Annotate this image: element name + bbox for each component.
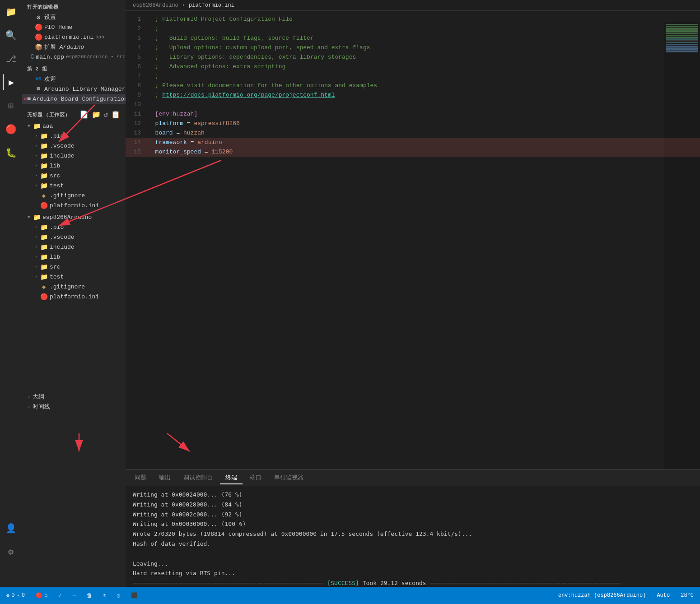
ini-file-icon2: 🔴 (40, 293, 48, 301)
folder-icon: 📁 (40, 162, 48, 170)
activity-accounts[interactable]: 👤 (3, 520, 19, 536)
folder-lib-esp[interactable]: › 📁 lib (22, 252, 126, 262)
code-line-5: 5 ; Library options: dependencies, extra… (126, 52, 700, 62)
folder-esp8266[interactable]: ▼ 📁 esp8266Arduino (22, 212, 126, 222)
vs-icon: VS (34, 75, 42, 83)
file-platformio-ini-aaa[interactable]: 🔴 platformio.ini (22, 200, 126, 210)
folder-icon: 📁 (40, 132, 48, 140)
status-errors[interactable]: ⊗ 0 ⚠ 0 (4, 591, 28, 600)
auto-label: Auto (657, 592, 670, 599)
status-stop[interactable]: ⬛ (128, 591, 140, 600)
folder-test-esp[interactable]: › 📁 test (22, 272, 126, 282)
folder-src-aaa[interactable]: › 📁 src (22, 171, 126, 181)
code-line-9: 9 ; https://docs.platformio.org/page/pro… (126, 90, 700, 100)
settings-icon: ⚙ (34, 13, 42, 21)
status-env[interactable]: env:huzzah (esp8266Arduino) (555, 591, 649, 599)
tab-terminal[interactable]: 终端 (220, 472, 243, 484)
check-icon: ✓ (58, 592, 61, 599)
folder-icon: 📁 (40, 233, 48, 241)
folder-pio-esp[interactable]: › 📁 .pio (22, 222, 126, 232)
breadcrumb-part2: platformio.ini (189, 2, 234, 9)
code-line-13: 13 board = huzzah (126, 128, 700, 138)
terminal-line-10: ========================================… (133, 579, 693, 587)
sidebar: 打开的编辑器 ⚙ 设置 🔴 PIO Home 🔴 platformio.ini … (22, 0, 126, 587)
folder-aaa[interactable]: ▼ 📁 aaa (22, 121, 126, 131)
tab-ports[interactable]: 端口 (244, 472, 267, 484)
sidebar-item-welcome[interactable]: VS 欢迎 (22, 74, 126, 84)
code-line-12: 12 platform = espressif8266 (126, 119, 700, 128)
new-folder-icon[interactable]: 📁 (92, 110, 101, 119)
lib-icon: ≡ (34, 85, 42, 93)
terminal-line-2: Writing at 0x00028000... (84 %) (133, 500, 693, 510)
tab-output[interactable]: 输出 (154, 472, 176, 484)
status-target[interactable]: ◎ (114, 591, 123, 600)
ini-file-icon: 🔴 (40, 201, 48, 209)
status-bar: ⊗ 0 ⚠ 0 🔴 ⌂ ✓ → 🗑 ⚗ ◎ ⬛ env:huzzah (esp8 (0, 587, 700, 604)
folder-icon: 📁 (40, 181, 48, 190)
sidebar-item-platformio-ini-aaa[interactable]: 🔴 platformio.ini aaa (22, 32, 126, 42)
board-icon: ≡ (27, 95, 31, 103)
code-line-10: 10 (126, 100, 700, 109)
ext-icon: 📦 (34, 43, 42, 51)
activity-debug[interactable]: 🐛 (3, 144, 19, 161)
status-flask[interactable]: ⚗ (100, 591, 109, 600)
folder-icon: 📁 (40, 142, 48, 150)
tab-serial-monitor[interactable]: 串行监视器 (269, 472, 309, 484)
code-line-11: 11 [env:huzzah] (126, 109, 700, 119)
sidebar-item-board-config[interactable]: ✕ ≡ Arduino Board Configuration (22, 94, 126, 104)
sidebar-item-lib-manager[interactable]: ≡ Arduino Library Manager (22, 84, 126, 94)
folder-icon: 📁 (40, 172, 48, 180)
folder-include-esp[interactable]: › 📁 include (22, 242, 126, 252)
open-editors-section: 打开的编辑器 (22, 0, 126, 12)
collapse-icon[interactable]: 📋 (111, 110, 121, 119)
sidebar-item-settings[interactable]: ⚙ 设置 (22, 12, 126, 22)
status-check[interactable]: ✓ (56, 591, 64, 600)
activity-explorer[interactable]: 📁 (3, 4, 19, 20)
expand-arrow-include: › (33, 153, 40, 158)
code-line-2: 2 ; (126, 24, 700, 33)
sidebar-item-main-cpp[interactable]: C main.cpp esp8266Arduino • src (22, 52, 126, 62)
folder-include-aaa[interactable]: › 📁 include (22, 151, 126, 161)
activity-pio[interactable]: 🔴 (3, 121, 19, 137)
folder-vscode-aaa[interactable]: › 📁 .vscode (22, 141, 126, 151)
refresh-icon[interactable]: ↺ (103, 110, 108, 119)
terminal-line-3: Writing at 0x0002c000... (92 %) (133, 510, 693, 520)
activity-extensions[interactable]: ⊞ (3, 98, 19, 114)
activity-run[interactable]: ▶ (3, 74, 19, 90)
file-gitignore-aaa[interactable]: ◆ .gitignore (22, 190, 126, 200)
timeline-section[interactable]: › 时间线 (22, 402, 126, 412)
outline-section[interactable]: › 大纲 (22, 392, 126, 402)
folder-pio-aaa[interactable]: › 📁 .pio (22, 131, 126, 141)
file-platformio-ini-esp[interactable]: 🔴 platformio.ini (22, 292, 126, 302)
folder-vscode-esp[interactable]: › 📁 .vscode (22, 232, 126, 242)
activity-source-control[interactable]: ⎇ (3, 51, 19, 67)
sidebar-item-pio-home[interactable]: 🔴 PIO Home (22, 22, 126, 32)
delete-icon: 🗑 (87, 592, 92, 599)
tab-problems[interactable]: 问题 (129, 472, 152, 484)
pio-icon: 🔴 (34, 23, 42, 31)
folder-test-aaa[interactable]: › 📁 test (22, 181, 126, 190)
terminal-line-4: Writing at 0x00030000... (100 %) (133, 520, 693, 529)
status-arrow[interactable]: → (70, 591, 78, 599)
activity-search[interactable]: 🔍 (3, 27, 19, 43)
folder-src-esp[interactable]: › 📁 src (22, 262, 126, 272)
ini-icon: 🔴 (34, 33, 42, 41)
status-pio[interactable]: 🔴 ⌂ (33, 591, 50, 600)
activity-settings[interactable]: ⚙ (3, 544, 19, 560)
terminal-content[interactable]: Writing at 0x00024000... (76 %) Writing … (126, 486, 700, 587)
code-line-6: 6 ; Advanced options: extra scripting (126, 62, 700, 71)
warning-icon: ⚠ (16, 592, 19, 599)
sidebar-item-arduino-ext[interactable]: 📦 扩展 Arduino (22, 42, 126, 52)
flask-icon: ⚗ (103, 592, 106, 599)
status-delete[interactable]: 🗑 (84, 591, 95, 600)
status-auto[interactable]: Auto (654, 591, 672, 599)
terminal-line-7 (133, 549, 693, 559)
new-file-icon[interactable]: 📄 (79, 110, 89, 119)
folder-lib-aaa[interactable]: › 📁 lib (22, 161, 126, 171)
file-gitignore-esp[interactable]: ◆ .gitignore (22, 282, 126, 292)
target-icon: ◎ (117, 592, 120, 599)
folder-icon: 📁 (40, 253, 48, 261)
platformio-link[interactable]: https://docs.platformio.org/page/project… (162, 92, 335, 98)
code-line-1: 1 ; PlatformIO Project Configuration Fil… (126, 14, 700, 24)
tab-debug-console[interactable]: 调试控制台 (178, 472, 218, 484)
